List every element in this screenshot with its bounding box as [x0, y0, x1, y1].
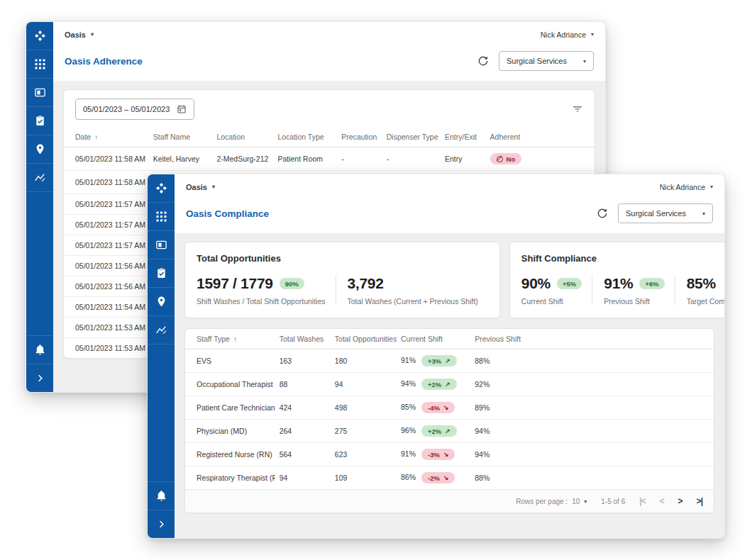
stat-value: 85% — [687, 275, 716, 292]
column-header-dispenser-type[interactable]: Dispenser Type — [382, 127, 441, 147]
refresh-button[interactable] — [597, 208, 608, 219]
chevron-down-icon: ▾ — [702, 211, 705, 217]
table-header-row: Staff Type↑ Total Washes Total Opportuni… — [185, 329, 714, 349]
column-header-adherent[interactable]: Adherent — [486, 127, 595, 147]
staff-type-cell: EVS — [185, 349, 275, 373]
pinwheel-logo-icon — [155, 182, 167, 194]
date-cell: 05/01/2023 11:54 AM — [64, 297, 149, 318]
chevron-down-icon: ▾ — [584, 498, 587, 505]
table-row[interactable]: Registered Nurse (RN)56462391%-3% ↘94% — [185, 443, 714, 466]
staff-type-cell: Physician (MD) — [185, 420, 275, 443]
stat-previous-shift: 91% +6% Previous Shift — [592, 275, 674, 306]
stat-shift-washes: 1597 / 1779 90% Shift Washes / Total Shi… — [197, 275, 336, 306]
sidebar-expand-button[interactable] — [26, 364, 53, 392]
refresh-button[interactable] — [477, 55, 489, 67]
column-header-precaution[interactable]: Precaution — [337, 127, 382, 147]
app-menu[interactable]: Oasis ▾ — [186, 183, 215, 191]
stat-label: Previous Shift — [604, 297, 664, 306]
column-header-current-shift[interactable]: Current Shift — [397, 329, 470, 349]
column-header-location[interactable]: Location — [212, 127, 273, 147]
sidebar-item-compliance[interactable] — [148, 259, 175, 288]
column-header-previous-shift[interactable]: Previous Shift — [470, 329, 714, 349]
previous-page-button[interactable]: < — [660, 496, 664, 506]
no-symbol-icon — [497, 156, 503, 162]
staff-type-table-card: Staff Type↑ Total Washes Total Opportuni… — [184, 328, 714, 513]
sidebar-item-compliance[interactable] — [26, 107, 53, 135]
sidebar-item-locations[interactable] — [26, 135, 53, 164]
date-cell: 05/01/2023 11:56 AM — [64, 276, 149, 297]
current-shift-cell: 86%-2% ↘ — [397, 466, 470, 490]
sidebar-spacer — [26, 192, 53, 335]
stat-value: 91% — [604, 275, 633, 292]
table-row[interactable]: EVS16318091%+3% ↗88% — [185, 349, 714, 373]
column-header-staff-type[interactable]: Staff Type↑ — [185, 329, 275, 349]
first-page-button[interactable]: |< — [639, 496, 645, 506]
current-shift-cell: 94%+2% ↗ — [397, 373, 470, 396]
date-cell: 05/01/2023 11:58 AM — [64, 147, 149, 171]
user-menu[interactable]: Nick Adriance ▾ — [541, 30, 594, 39]
last-page-button[interactable]: >| — [697, 496, 702, 506]
sidebar-item-notifications[interactable] — [26, 335, 53, 364]
app-logo[interactable] — [148, 174, 175, 203]
chevron-down-icon: ▾ — [91, 31, 94, 38]
total-washes-cell: 94 — [275, 466, 331, 490]
table-row[interactable]: Physician (MD)26427596%+2% ↗94% — [185, 420, 714, 443]
sidebar-item-notifications[interactable] — [148, 481, 175, 510]
percent-badge: +6% — [639, 278, 664, 289]
column-header-total-opportunities[interactable]: Total Opportunities — [331, 329, 397, 349]
user-name: Nick Adriance — [660, 183, 705, 191]
calendar-icon — [177, 104, 187, 114]
current-shift-cell: 96%+2% ↗ — [397, 420, 470, 443]
current-shift-cell: 85%-4% ↘ — [397, 396, 470, 420]
board-icon — [34, 86, 46, 99]
sidebar-item-analytics[interactable] — [148, 316, 175, 345]
table-row[interactable]: 05/01/2023 11:58 AMKeitel, Harvey2-MedSu… — [64, 147, 595, 171]
sidebar-item-locations[interactable] — [148, 288, 175, 316]
app-menu[interactable]: Oasis ▾ — [65, 30, 94, 39]
compliance-table-body: EVS16318091%+3% ↗88%Occupational Therapi… — [185, 349, 714, 490]
column-header-entry-exit[interactable]: Entry/Exit — [441, 127, 486, 147]
sidebar-item-dashboard[interactable] — [26, 79, 53, 107]
sidebar-item-apps[interactable] — [26, 50, 53, 79]
sidebar-expand-button[interactable] — [148, 510, 175, 538]
page-title: Oasis Adherence — [65, 56, 143, 67]
column-header-date[interactable]: Date↑ — [64, 127, 149, 147]
table-row[interactable]: Patient Care Technician42449885%-4% ↘89% — [185, 396, 714, 420]
column-header-staff-name[interactable]: Staff Name — [149, 127, 213, 147]
date-cell: 05/01/2023 11:53 AM — [64, 318, 149, 338]
stat-total-washes: 3,792 Total Washes (Current + Previous S… — [336, 275, 488, 306]
user-menu[interactable]: Nick Adriance ▾ — [660, 183, 713, 191]
staff-name-cell: Keitel, Harvey — [149, 147, 213, 171]
trend-down-icon: ↘ — [443, 451, 449, 458]
trend-down-icon: ↘ — [443, 404, 449, 411]
next-page-button[interactable]: > — [678, 496, 682, 506]
column-header-location-type[interactable]: Location Type — [273, 127, 337, 147]
refresh-icon — [477, 55, 489, 67]
rows-per-page-select[interactable]: Rows per page : 10 ▾ — [516, 498, 587, 505]
adherence-toolbar: 05/01/2023 – 05/01/2023 — [64, 90, 595, 127]
department-select-value: Surgical Services — [507, 57, 567, 65]
apps-grid-icon — [155, 211, 167, 223]
rows-per-page-label: Rows per page : — [516, 498, 568, 505]
sidebar-item-apps[interactable] — [148, 203, 175, 231]
adherent-badge: No — [490, 153, 522, 164]
app-logo[interactable] — [26, 22, 53, 50]
department-select[interactable]: Surgical Services ▾ — [618, 203, 713, 223]
trend-badge: +2% ↗ — [421, 379, 457, 390]
total-opportunities-cell: 623 — [331, 443, 397, 466]
date-range-picker[interactable]: 05/01/2023 – 05/01/2023 — [75, 99, 194, 120]
sidebar-item-analytics[interactable] — [26, 164, 53, 192]
column-header-total-washes[interactable]: Total Washes — [275, 329, 331, 349]
sidebar-item-dashboard[interactable] — [148, 231, 175, 259]
department-select-value: Surgical Services — [626, 209, 686, 218]
department-select[interactable]: Surgical Services ▾ — [499, 51, 594, 71]
chevron-down-icon: ▾ — [583, 58, 586, 65]
chevron-right-icon — [34, 372, 46, 384]
adherent-cell: No — [486, 147, 595, 171]
user-name: Nick Adriance — [541, 30, 586, 39]
filter-button[interactable] — [572, 103, 583, 115]
table-row[interactable]: Occupational Therapist889494%+2% ↗92% — [185, 373, 714, 396]
table-row[interactable]: Respiratory Therapist (RT)9410986%-2% ↘8… — [185, 466, 714, 490]
stat-label: Target Compliance — [687, 297, 724, 306]
app-menu-label: Oasis — [65, 30, 86, 39]
